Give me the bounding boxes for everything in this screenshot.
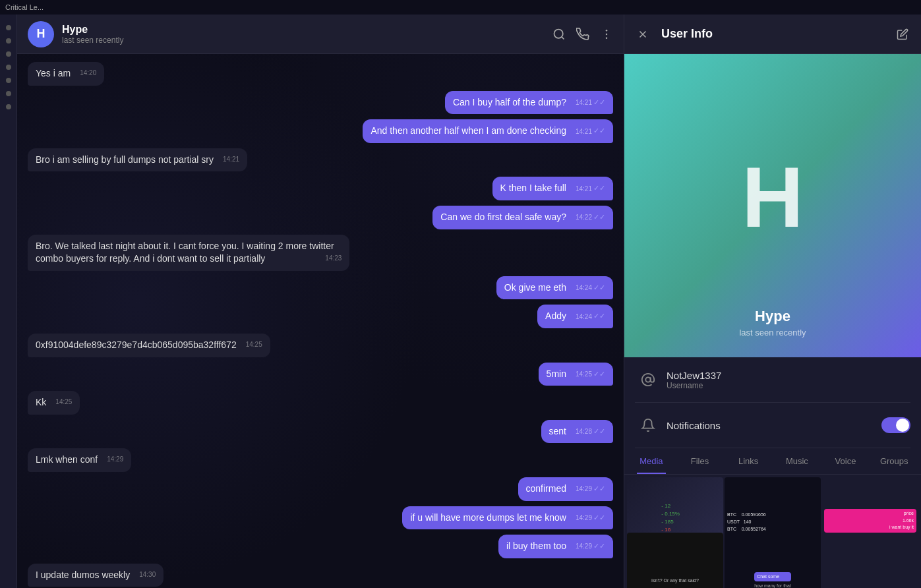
messages-area: Yes i am 14:20 Can I buy half of the dum… xyxy=(17,54,624,588)
phone-icon[interactable] xyxy=(576,28,589,41)
profile-name: Hype xyxy=(755,308,790,325)
message-bubble: 0xf91004defe89c3279e7d4cb065d095ba32fff6… xyxy=(28,334,270,357)
media-grid: - 12 - 0.15% - 185 - 16 - 7948 - 1.17613… xyxy=(624,475,921,588)
message-row: And then another half when I am done che… xyxy=(28,119,613,143)
message-meta: 14:22 ✓✓ xyxy=(572,212,605,222)
username-label: Username xyxy=(667,381,910,390)
message-text: Kk xyxy=(36,397,46,407)
message-text: confirmed xyxy=(526,483,566,494)
message-meta: 14:29 ✓✓ xyxy=(572,541,605,551)
message-row: Lmk when conf 14:29 xyxy=(28,448,613,472)
sidebar-dot xyxy=(6,25,11,30)
message-text: Bro. We talked last night about it. I ca… xyxy=(36,241,334,264)
message-text: Ok give me eth xyxy=(504,282,566,293)
notifications-row: Notifications xyxy=(635,403,910,448)
username-value: NotJew1337 xyxy=(667,370,910,381)
message-text: 5min xyxy=(547,368,566,379)
message-bubble: Yes i am 14:20 xyxy=(28,62,104,86)
message-bubble: il buy them too 14:29 ✓✓ xyxy=(498,535,613,558)
message-bubble: 5min 14:25 ✓✓ xyxy=(539,363,613,386)
tab-files[interactable]: Files xyxy=(676,448,725,474)
profile-avatar-letter: H xyxy=(742,154,804,240)
media-thumbnail[interactable]: Chat some how many for that xyxy=(725,533,821,588)
media-thumbnail[interactable]: Isn't? Or any that said? xyxy=(627,533,723,588)
profile-status: last seen recently xyxy=(739,328,806,338)
svg-point-2 xyxy=(606,33,608,35)
at-icon xyxy=(635,367,661,393)
notifications-toggle[interactable] xyxy=(881,417,910,433)
message-row: Bro i am selling by full dumps not parti… xyxy=(28,148,613,172)
sidebar-dot xyxy=(6,91,11,96)
message-bubble: Bro i am selling by full dumps not parti… xyxy=(28,148,247,172)
message-text: Bro i am selling by full dumps not parti… xyxy=(36,154,214,165)
chat-header: H Hype last seen recently xyxy=(17,15,624,54)
message-meta: 14:28 ✓✓ xyxy=(572,426,605,436)
info-details: NotJew1337 Username Notifications xyxy=(624,357,921,448)
message-bubble: Lmk when conf 14:29 xyxy=(28,448,131,472)
message-bubble: Kk 14:25 xyxy=(28,391,80,415)
message-row: 0xf91004defe89c3279e7d4cb065d095ba32fff6… xyxy=(28,334,613,357)
message-meta: 14:24 ✓✓ xyxy=(572,283,605,293)
message-bubble: K then I take full 14:21 ✓✓ xyxy=(492,177,613,200)
message-row: K then I take full 14:21 ✓✓ xyxy=(28,177,613,200)
tab-groups[interactable]: Groups xyxy=(870,448,918,474)
message-meta: 14:21 xyxy=(219,155,239,164)
message-row: Addy 14:24 ✓✓ xyxy=(28,305,613,328)
message-meta: 14:25 ✓✓ xyxy=(572,369,605,379)
message-meta: 14:29 xyxy=(103,455,123,464)
title-bar: Critical Le... xyxy=(0,0,921,15)
svg-point-3 xyxy=(606,37,608,39)
message-text: I update dumos weekly xyxy=(36,570,130,580)
tab-music[interactable]: Music xyxy=(773,448,821,474)
message-meta: 14:20 xyxy=(76,69,96,78)
message-meta: 14:29 ✓✓ xyxy=(572,513,605,523)
message-row: Can I buy half of the dump? 14:21 ✓✓ xyxy=(28,91,613,115)
message-bubble: Bro. We talked last night about it. I ca… xyxy=(28,235,349,271)
search-icon[interactable] xyxy=(552,28,566,41)
message-row: Yes i am 14:20 xyxy=(28,62,613,86)
tab-links[interactable]: Links xyxy=(724,448,773,474)
message-row: sent 14:28 ✓✓ xyxy=(28,420,613,444)
message-text: K then I take full xyxy=(500,183,566,193)
message-meta: 14:30 xyxy=(135,570,156,579)
tab-voice[interactable]: Voice xyxy=(821,448,870,474)
header-actions xyxy=(552,28,613,41)
tab-media[interactable]: Media xyxy=(627,448,676,474)
message-text: sent xyxy=(549,426,566,436)
more-icon[interactable] xyxy=(600,28,613,41)
message-row: 5min 14:25 ✓✓ xyxy=(28,363,613,386)
message-text: il buy them too xyxy=(506,541,566,551)
sidebar-dot xyxy=(6,38,11,44)
user-info-panel: User Info H Hype last seen recently xyxy=(624,15,921,588)
message-bubble: I update dumos weekly 14:30 xyxy=(28,564,163,587)
username-content: NotJew1337 Username xyxy=(667,370,910,390)
message-bubble: Addy 14:24 ✓✓ xyxy=(537,305,613,328)
edit-icon[interactable] xyxy=(895,26,910,42)
message-text: Addy xyxy=(545,310,566,321)
message-text: Yes i am xyxy=(36,68,71,78)
message-text: 0xf91004defe89c3279e7d4cb065d095ba32fff6… xyxy=(36,339,237,350)
notifications-label: Notifications xyxy=(667,420,881,431)
chat-area: H Hype last seen recently xyxy=(17,15,624,588)
contact-status: last seen recently xyxy=(62,36,552,45)
svg-point-6 xyxy=(645,377,650,382)
message-row: il buy them too 14:29 ✓✓ xyxy=(28,535,613,558)
message-row: Can we do first deal safe way? 14:22 ✓✓ xyxy=(28,206,613,229)
sidebar-dot xyxy=(6,51,11,57)
close-icon[interactable] xyxy=(635,26,651,42)
message-row: if u will have more dumps let me know 14… xyxy=(28,506,613,530)
message-bubble: if u will have more dumps let me know 14… xyxy=(402,506,613,530)
message-bubble: Can we do first deal safe way? 14:22 ✓✓ xyxy=(432,206,613,229)
media-thumbnail[interactable] xyxy=(822,533,918,588)
message-row: I update dumos weekly 14:30 xyxy=(28,564,613,587)
message-text: Lmk when conf xyxy=(36,454,98,465)
message-text: Can we do first deal safe way? xyxy=(440,212,566,222)
message-text: Can I buy half of the dump? xyxy=(453,97,566,107)
notifications-toggle-wrapper xyxy=(881,417,910,433)
user-info-header: User Info xyxy=(624,15,921,54)
user-info-title: User Info xyxy=(661,27,895,41)
message-bubble: Can I buy half of the dump? 14:21 ✓✓ xyxy=(445,91,613,115)
media-tabs: Media Files Links Music Voice Groups xyxy=(624,448,921,475)
message-bubble: Ok give me eth 14:24 ✓✓ xyxy=(496,276,613,300)
message-bubble: confirmed 14:29 ✓✓ xyxy=(518,477,614,501)
